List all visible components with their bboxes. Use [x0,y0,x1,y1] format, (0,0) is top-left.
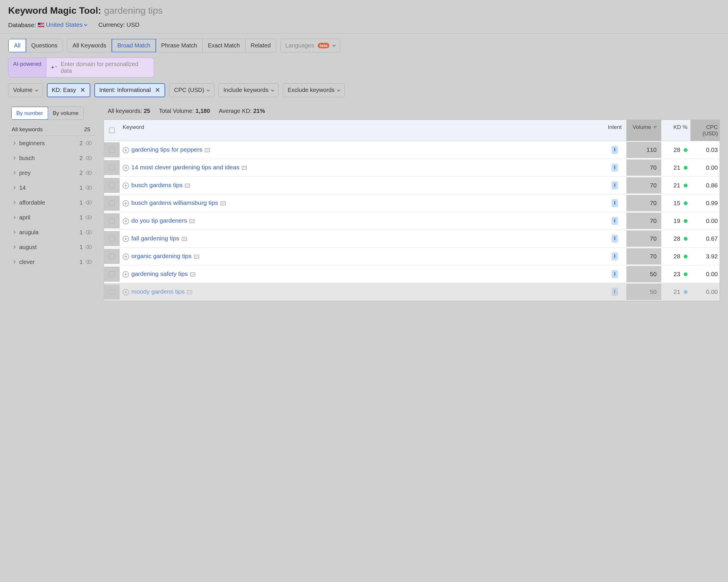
keyword-link[interactable]: gardening tips for peppers [131,146,202,153]
keyword-link[interactable]: 14 most clever gardening tips and ideas [131,164,239,170]
tab-related[interactable]: Related [245,39,276,52]
close-icon[interactable]: ✕ [155,86,160,94]
volume-cell: 70 [626,213,661,229]
eye-icon[interactable] [86,141,92,145]
row-checkbox[interactable] [104,249,120,264]
row-checkbox[interactable] [104,142,120,158]
col-volume[interactable]: Volume [626,120,661,141]
col-kd[interactable]: KD % [661,120,691,141]
serp-icon[interactable] [190,272,196,276]
table-row: busch gardens williamsburg tipsI7015 0.9… [104,194,720,212]
col-keyword[interactable]: Keyword [120,120,603,141]
add-icon[interactable] [123,289,129,295]
col-cpc[interactable]: CPC (USD) [691,120,720,141]
keyword-link[interactable]: do you tip gardeners [131,217,187,224]
add-icon[interactable] [123,200,129,206]
intent-badge: I [612,146,618,154]
serp-icon[interactable] [220,201,226,205]
tab-all[interactable]: All [8,39,26,52]
sidebar-item-august[interactable]: august1 [8,240,96,255]
add-icon[interactable] [123,165,129,171]
tab-phrase-match[interactable]: Phrase Match [156,39,202,52]
tab-broad-match[interactable]: Broad Match [111,39,156,52]
sidebar-item-14[interactable]: 141 [8,181,96,195]
filter-include[interactable]: Include keywords [218,83,279,97]
keyword-link[interactable]: gardening safety tips [131,270,188,277]
domain-input[interactable]: ✦⁺ Enter domain for personalized data [46,58,154,77]
row-checkbox[interactable] [104,160,120,175]
kd-cell: 21 [661,284,691,300]
row-checkbox[interactable] [104,213,120,228]
eye-icon[interactable] [86,260,92,264]
intent-cell: I [603,212,626,230]
add-icon[interactable] [123,271,129,278]
serp-icon[interactable] [182,237,187,241]
eye-icon[interactable] [86,245,92,249]
chevron-down-icon [337,88,340,91]
filter-kd[interactable]: KD: Easy✕ [47,83,90,97]
row-checkbox[interactable] [104,284,120,300]
serp-icon[interactable] [185,184,190,188]
volume-cell: 50 [626,284,661,300]
keyword-link[interactable]: busch gardens tips [131,182,183,188]
row-checkbox[interactable] [104,178,120,193]
difficulty-dot-icon [684,184,687,187]
eye-icon[interactable] [86,200,92,204]
filter-volume[interactable]: Volume [8,83,43,97]
keyword-cell: gardening safety tips [120,266,603,282]
sidebar-item-arugula[interactable]: arugula1 [8,225,96,240]
add-icon[interactable] [123,183,129,189]
chevron-right-icon [12,230,16,234]
table-row: 14 most clever gardening tips and ideasI… [104,159,720,177]
row-checkbox[interactable] [104,196,120,211]
sidebar-item-clever[interactable]: clever1 [8,255,96,270]
serp-icon[interactable] [242,166,247,170]
eye-icon[interactable] [86,230,92,234]
keyword-cell: moody gardens tips [120,283,603,300]
select-all-checkbox[interactable] [104,120,120,141]
sidebar-item-prey[interactable]: prey2 [8,166,96,181]
filter-exclude[interactable]: Exclude keywords [283,83,345,97]
add-icon[interactable] [123,147,129,154]
row-checkbox[interactable] [104,267,120,282]
kd-cell: 23 [661,266,691,282]
sidebar-item-beginners[interactable]: beginners2 [8,136,96,151]
database-selector[interactable]: Database: United States [8,21,87,29]
eye-icon[interactable] [86,156,92,160]
sidebar-all-keywords[interactable]: All keywords25 [8,123,96,136]
sidebar-item-busch[interactable]: busch2 [8,151,96,166]
serp-icon[interactable] [189,219,194,223]
keyword-link[interactable]: moody gardens tips [131,288,185,295]
keyword-link[interactable]: organic gardening tips [131,253,191,259]
eye-icon[interactable] [86,215,92,219]
tab-exact-match[interactable]: Exact Match [203,39,245,52]
cpc-cell: 0.03 [691,142,720,158]
kd-cell: 28 [661,230,691,247]
languages-dropdown[interactable]: Languages beta [280,39,340,52]
add-icon[interactable] [123,253,129,260]
intent-badge: I [612,217,618,225]
tab-all-keywords[interactable]: All Keywords [67,39,112,52]
filter-cpc[interactable]: CPC (USD) [169,83,214,97]
close-icon[interactable]: ✕ [80,86,85,94]
intent-cell: I [603,266,626,283]
row-checkbox[interactable] [104,231,120,246]
sidebar-item-april[interactable]: april1 [8,210,96,225]
serp-icon[interactable] [194,255,199,259]
tab-by-volume[interactable]: By volume [48,107,83,119]
eye-icon[interactable] [86,186,92,190]
add-icon[interactable] [123,236,129,242]
serp-icon[interactable] [205,148,210,152]
tab-questions[interactable]: Questions [26,39,62,52]
cpc-cell: 3.92 [691,248,720,265]
keyword-link[interactable]: fall gardening tips [131,235,179,242]
serp-icon[interactable] [187,290,192,294]
add-icon[interactable] [123,218,129,224]
filter-intent[interactable]: Intent: Informational✕ [94,83,165,97]
eye-icon[interactable] [86,171,92,175]
sidebar-item-affordable[interactable]: affordable1 [8,195,96,210]
tab-by-number[interactable]: By number [11,107,48,120]
keyword-link[interactable]: busch gardens williamsburg tips [131,199,218,206]
col-intent[interactable]: Intent [603,120,626,141]
cpc-cell: 0.00 [691,160,720,176]
